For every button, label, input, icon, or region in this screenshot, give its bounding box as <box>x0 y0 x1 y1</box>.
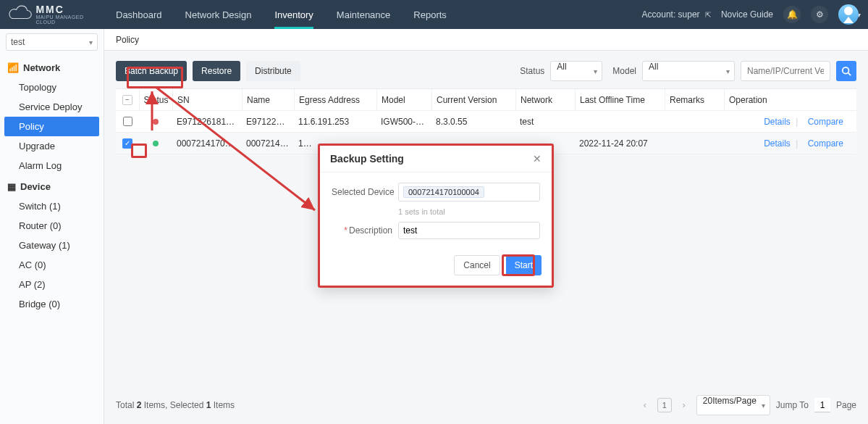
account-label: Account: super <box>642 9 700 20</box>
page-size-label: 20Items/Page <box>703 396 757 406</box>
batch-backup-button[interactable]: Batch Backup <box>116 61 187 81</box>
select-all-checkbox[interactable]: − <box>122 95 132 105</box>
search-input[interactable] <box>741 61 830 81</box>
pager-current[interactable]: 1 <box>657 398 672 412</box>
jump-to-label: Jump To <box>776 400 809 410</box>
status-filter-value: All <box>557 62 566 72</box>
jump-to-input[interactable] <box>814 398 830 412</box>
tenant-select[interactable]: test ▾ <box>6 33 98 51</box>
group-network[interactable]: 📶 Network <box>0 57 104 78</box>
sets-helper-text: 1 sets in total <box>398 207 540 216</box>
grid-icon: ▦ <box>7 181 16 192</box>
col-sn: SN <box>172 89 242 111</box>
totals-text: Total 2 Items, Selected 1 Items <box>116 400 235 410</box>
brand-name: MMC <box>35 4 97 14</box>
svg-point-0 <box>843 67 849 74</box>
avatar-icon <box>838 4 859 25</box>
backup-setting-modal: Backup Setting ✕ Selected Device 0007214… <box>318 144 554 288</box>
nav-dashboard[interactable]: Dashboard <box>104 0 174 29</box>
bell-icon[interactable]: 🔔 <box>783 6 801 23</box>
status-filter-label: Status <box>520 66 544 76</box>
user-menu[interactable]: ▾ <box>838 4 861 25</box>
start-button[interactable]: Start <box>506 255 542 275</box>
compare-link[interactable]: Compare <box>808 138 843 149</box>
selected-device-chip: 0007214170100004 <box>403 186 484 198</box>
description-input[interactable] <box>398 222 540 239</box>
cell-network: test <box>515 117 575 127</box>
model-filter-value: All <box>649 62 658 72</box>
breadcrumb-label: Policy <box>116 35 139 45</box>
sidebar-item-switch[interactable]: Switch (1) <box>0 196 104 216</box>
signal-icon: 📶 <box>7 62 19 73</box>
novice-guide-link[interactable]: Novice Guide <box>721 9 773 20</box>
status-dot-online <box>153 141 159 146</box>
selected-device-label: Selected Device <box>332 187 392 197</box>
breadcrumb: Policy <box>104 29 868 51</box>
table-header-row: − Status SN Name Egress Address Model Cu… <box>116 89 856 111</box>
account-link[interactable]: Account: super ⇱ <box>642 9 711 20</box>
table-footer: Total 2 Items, Selected 1 Items ‹ 1 › 20… <box>116 395 856 415</box>
pager-prev[interactable]: ‹ <box>639 398 652 412</box>
model-filter-select[interactable]: All ▾ <box>642 61 735 81</box>
description-label: *Description <box>332 225 392 236</box>
details-link[interactable]: Details <box>764 117 791 127</box>
status-dot-offline <box>153 119 159 125</box>
nav-maintenance[interactable]: Maintenance <box>325 0 402 29</box>
cell-current: 8.3.0.55 <box>431 117 515 127</box>
row-checkbox[interactable]: ✓ <box>122 138 132 149</box>
sidebar-item-ac[interactable]: AC (0) <box>0 255 104 275</box>
topbar: MMC MAIPU MANAGED CLOUD Dashboard Networ… <box>0 0 868 29</box>
nav-inventory[interactable]: Inventory <box>263 0 324 29</box>
cell-sn: E971226181500007 <box>172 117 242 127</box>
chevron-down-icon: ▾ <box>726 67 730 75</box>
sidebar-item-ap[interactable]: AP (2) <box>0 275 104 294</box>
cell-egress: 11.6.191.253 <box>294 117 376 127</box>
external-link-icon: ⇱ <box>705 11 711 19</box>
close-icon[interactable]: ✕ <box>533 153 542 165</box>
sidebar-item-gateway[interactable]: Gateway (1) <box>0 236 104 255</box>
col-network: Network <box>515 89 575 111</box>
group-device-label: Device <box>20 181 51 192</box>
top-nav: Dashboard Network Design Inventory Maint… <box>104 0 458 29</box>
page-word: Page <box>836 400 856 410</box>
col-model: Model <box>376 89 431 111</box>
search-button[interactable] <box>836 61 856 81</box>
sidebar-item-policy[interactable]: Policy <box>4 117 99 136</box>
pager-next[interactable]: › <box>678 398 691 412</box>
search-icon <box>841 66 851 76</box>
chevron-down-icon: ▾ <box>89 38 93 46</box>
nav-network-design[interactable]: Network Design <box>174 0 264 29</box>
col-status: Status <box>139 89 172 111</box>
selected-device-box[interactable]: 0007214170100004 <box>398 183 540 201</box>
cell-name: 00072141701… <box>242 138 294 149</box>
col-name: Name <box>242 89 294 111</box>
sidebar-item-bridge[interactable]: Bridge (0) <box>0 294 104 314</box>
brand-tagline: MAIPU MANAGED CLOUD <box>35 14 97 25</box>
table-row: E971226181500007 E9712261815… 11.6.191.2… <box>116 111 856 133</box>
col-remarks: Remarks <box>665 89 724 111</box>
col-offline: Last Offline Time <box>575 89 665 111</box>
row-checkbox[interactable] <box>123 117 132 126</box>
sidebar-item-topology[interactable]: Topology <box>0 78 104 97</box>
gear-icon[interactable]: ⚙ <box>811 6 828 23</box>
sidebar-item-upgrade[interactable]: Upgrade <box>0 136 104 156</box>
compare-link[interactable]: Compare <box>808 117 843 127</box>
page-size-select[interactable]: 20Items/Page ▾ <box>696 395 770 415</box>
sidebar-item-alarm-log[interactable]: Alarm Log <box>0 156 104 175</box>
restore-button[interactable]: Restore <box>193 61 240 81</box>
distribute-button[interactable]: Distribute <box>246 61 300 81</box>
cell-offline: 2022-11-24 20:07 <box>575 138 665 149</box>
cancel-button[interactable]: Cancel <box>454 255 500 275</box>
group-network-label: Network <box>23 62 60 73</box>
sidebar-item-router[interactable]: Router (0) <box>0 216 104 236</box>
cloud-icon <box>7 5 33 24</box>
details-link[interactable]: Details <box>764 138 791 149</box>
group-device[interactable]: ▦ Device <box>0 175 104 196</box>
cell-sn: 0007214170100004 <box>172 138 242 149</box>
nav-reports[interactable]: Reports <box>402 0 458 29</box>
status-filter-select[interactable]: All ▾ <box>550 61 602 81</box>
sidebar-item-service-deploy[interactable]: Service Deploy <box>0 97 104 117</box>
toolbar: Batch Backup Restore Distribute Status A… <box>116 61 856 81</box>
chevron-down-icon: ▾ <box>762 402 765 410</box>
model-filter-label: Model <box>612 66 636 76</box>
